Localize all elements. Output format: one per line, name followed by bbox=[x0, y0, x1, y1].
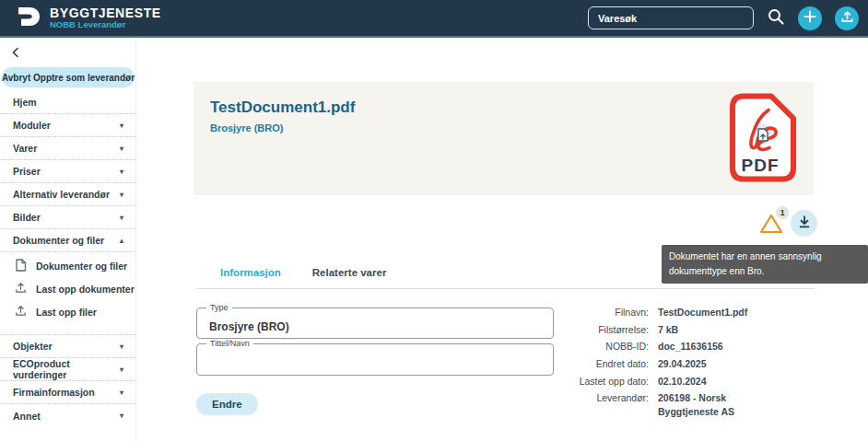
detail-value-leverandor: 206198 - Norsk Byggtjeneste AS bbox=[658, 391, 776, 418]
upload-icon bbox=[15, 282, 27, 296]
upload-button[interactable] bbox=[835, 6, 859, 30]
type-select[interactable] bbox=[197, 308, 553, 338]
chevron-down-icon: ▾ bbox=[120, 145, 123, 153]
detail-value-nobb-id: doc_11636156 bbox=[658, 340, 776, 354]
document-warning-indicator[interactable]: 1 bbox=[759, 213, 785, 238]
sidebar-item-ecoproduct-vurderinger[interactable]: ECOproduct vurderinger ▾ bbox=[0, 358, 135, 381]
chevron-left-icon bbox=[11, 47, 20, 61]
upload-icon bbox=[15, 305, 27, 319]
chevron-down-icon: ▾ bbox=[120, 122, 123, 130]
search-icon bbox=[767, 7, 785, 29]
sidebar-item-moduler[interactable]: Moduler ▾ bbox=[0, 114, 135, 137]
sidebar-item-annet[interactable]: Annet ▾ bbox=[0, 404, 135, 427]
title-field-label: Tittel/Navn bbox=[206, 339, 253, 348]
chevron-down-icon: ▾ bbox=[120, 389, 123, 397]
sidebar-subitem-last-opp-filer[interactable]: Last opp filer bbox=[0, 300, 135, 323]
sidebar-item-label: Firmainformasjon bbox=[13, 387, 95, 398]
sidebar-item-label: Varer bbox=[13, 143, 37, 154]
app-logo[interactable]: BYGGTJENESTE NOBB Leverandør bbox=[15, 3, 161, 34]
document-details-list: Filnavn: TestDocument1.pdf Filstørrelse:… bbox=[557, 306, 776, 419]
detail-label-filnavn: Filnavn: bbox=[557, 306, 649, 319]
sidebar-item-bilder[interactable]: Bilder ▾ bbox=[0, 206, 135, 229]
chevron-up-icon: ▴ bbox=[120, 237, 123, 245]
type-field-label: Type bbox=[206, 303, 232, 312]
plus-icon bbox=[803, 10, 816, 26]
title-input[interactable] bbox=[197, 344, 553, 375]
app-subtitle: NOBB Leverandør bbox=[50, 20, 161, 29]
title-field: Tittel/Navn bbox=[196, 343, 554, 376]
sidebar-item-firmainformasjon[interactable]: Firmainformasjon ▾ bbox=[0, 381, 135, 404]
document-header-card: TestDocument1.pdf Brosjyre (BRO) PDF bbox=[194, 82, 814, 195]
chevron-down-icon: ▾ bbox=[120, 214, 123, 222]
sidebar-subitem-last-opp-dokumenter[interactable]: Last opp dokumenter bbox=[0, 277, 135, 300]
byggtjeneste-logo-icon bbox=[15, 3, 42, 34]
detail-value-filnavn: TestDocument1.pdf bbox=[658, 306, 776, 319]
document-type-link[interactable]: Brosjyre (BRO) bbox=[210, 122, 283, 133]
document-icon bbox=[15, 259, 27, 273]
sidebar-subitem-label: Last opp filer bbox=[36, 307, 97, 318]
detail-label-endret-dato: Endret dato: bbox=[557, 357, 649, 371]
detail-value-endret-dato: 29.04.2025 bbox=[658, 357, 776, 371]
type-field: Type bbox=[196, 308, 554, 339]
chevron-down-icon: ▾ bbox=[120, 168, 123, 176]
add-button[interactable] bbox=[798, 6, 822, 30]
tab-informasjon[interactable]: Informasjon bbox=[220, 263, 281, 288]
product-search-input[interactable] bbox=[588, 6, 754, 29]
document-title: TestDocument1.pdf bbox=[210, 99, 355, 117]
sidebar-item-label: Annet bbox=[13, 411, 41, 422]
sidebar-item-label: Moduler bbox=[13, 120, 51, 131]
sidebar-item-label: Objekter bbox=[13, 341, 53, 352]
main-content: TestDocument1.pdf Brosjyre (BRO) PDF 1 bbox=[137, 40, 868, 441]
search-button[interactable] bbox=[767, 7, 785, 29]
detail-label-nobb-id: NOBB-ID: bbox=[557, 340, 649, 354]
download-icon bbox=[797, 215, 812, 232]
chevron-down-icon: ▾ bbox=[120, 191, 123, 199]
sidebar-collapse-button[interactable] bbox=[11, 47, 20, 61]
sidebar-item-objekter[interactable]: Objekter ▾ bbox=[0, 335, 135, 358]
detail-value-lastet-opp-dato: 02.10.2024 bbox=[658, 375, 776, 389]
sidebar-item-label: Priser bbox=[13, 166, 41, 177]
sidebar-item-label: Dokumenter og filer bbox=[13, 235, 104, 246]
sidebar-item-label: Hjem bbox=[13, 97, 37, 108]
top-header: BYGGTJENESTE NOBB Leverandør bbox=[0, 0, 868, 38]
document-type-tooltip: Dokumentet har en annen sannsynlig dokum… bbox=[662, 245, 868, 284]
sidebar-subitem-label: Dokumenter og filer bbox=[36, 261, 127, 272]
warning-triangle-icon bbox=[759, 222, 783, 238]
download-document-button[interactable] bbox=[791, 210, 817, 237]
cancel-impersonation-banner[interactable]: Avbryt Opptre som leverandør bbox=[2, 67, 135, 87]
chevron-down-icon: ▾ bbox=[120, 366, 123, 374]
sidebar-subitem-dokumenter-og-filer[interactable]: Dokumenter og filer bbox=[0, 254, 135, 277]
tab-relaterte-varer[interactable]: Relaterte varer bbox=[312, 263, 387, 288]
chevron-down-icon: ▾ bbox=[120, 342, 123, 351]
sidebar-subitem-label: Last opp dokumenter bbox=[36, 284, 135, 295]
edit-button[interactable]: Endre bbox=[196, 393, 258, 415]
app-name: BYGGTJENESTE bbox=[50, 6, 161, 20]
pdf-label: PDF bbox=[728, 156, 792, 176]
sidebar-item-varer[interactable]: Varer ▾ bbox=[0, 137, 135, 160]
sidebar-item-dokumenter-og-filer[interactable]: Dokumenter og filer ▴ bbox=[0, 229, 135, 252]
sidebar: Avbryt Opptre som leverandør Hjem Module… bbox=[0, 40, 136, 441]
sidebar-item-hjem[interactable]: Hjem bbox=[0, 91, 135, 114]
sidebar-item-alternativ-leverandor[interactable]: Alternativ leverandør ▾ bbox=[0, 183, 135, 206]
sidebar-item-label: Bilder bbox=[13, 212, 41, 223]
dokumenter-submenu: Dokumenter og filer Last opp dokumenter … bbox=[0, 252, 135, 335]
detail-label-lastet-opp-dato: Lastet opp dato: bbox=[557, 375, 649, 389]
warning-count-badge: 1 bbox=[776, 206, 789, 219]
detail-label-leverandor: Leverandør: bbox=[557, 391, 649, 418]
detail-label-filstorrelse: Filstørrelse: bbox=[557, 323, 649, 337]
sidebar-item-label: ECOproduct vurderinger bbox=[13, 358, 120, 380]
chevron-down-icon: ▾ bbox=[120, 412, 123, 420]
upload-icon bbox=[840, 10, 854, 27]
app-window: BYGGTJENESTE NOBB Leverandør bbox=[0, 0, 868, 441]
sidebar-item-label: Alternativ leverandør bbox=[13, 189, 110, 200]
pdf-file-icon[interactable]: PDF bbox=[728, 91, 798, 184]
sidebar-item-priser[interactable]: Priser ▾ bbox=[0, 160, 135, 183]
detail-value-filstorrelse: 7 kB bbox=[658, 323, 776, 337]
